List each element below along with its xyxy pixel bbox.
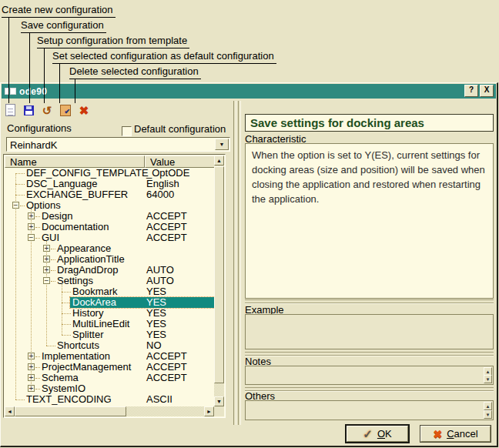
collapse-icon[interactable]: − [43, 277, 50, 284]
tree-item-name: DockArea [72, 297, 116, 308]
annotation-save: Save configuration [21, 20, 106, 33]
annotation-create-new: Create new configuration [2, 5, 116, 18]
tree-row[interactable]: EXCHANGE_BUFFER64000 [5, 189, 214, 200]
expand-icon[interactable]: + [43, 256, 50, 262]
tree-connector [35, 389, 40, 389]
tree-item-name: Shortcuts [57, 340, 99, 351]
expand-icon[interactable]: + [28, 374, 35, 381]
ok-check-icon: ✓ [363, 427, 373, 441]
characteristic-textbox[interactable]: When the option is set to Y(ES), current… [245, 143, 494, 299]
ok-button[interactable]: ✓ OK [345, 424, 410, 443]
column-header-name[interactable]: Name [5, 155, 145, 168]
tree-row[interactable]: +DesignACCEPT [5, 211, 214, 222]
tree-connector [62, 335, 71, 336]
tree-row[interactable]: +Appearance [5, 243, 214, 254]
tree-item-value: YES [146, 308, 166, 319]
scroll-down-icon[interactable]: ▼ [214, 396, 224, 406]
close-button[interactable]: X [480, 85, 494, 97]
tree-item-name: Documentation [42, 222, 109, 232]
panel-splitter[interactable] [233, 101, 236, 425]
tree-row[interactable]: BookmarkYES [5, 286, 214, 297]
collapse-icon[interactable]: − [12, 202, 19, 209]
example-textbox[interactable] [245, 314, 494, 349]
tree-row[interactable]: +SystemIO [5, 383, 214, 394]
tree-item-value: ACCEPT [146, 211, 187, 222]
configuration-combobox[interactable]: ReinhardK ▼ [6, 137, 230, 152]
tree-connector [15, 173, 25, 174]
tree-item-name: Splitter [72, 329, 103, 340]
tree-item-name: SystemIO [42, 383, 85, 394]
tree-item-name: Bookmark [72, 286, 118, 297]
tree-row[interactable]: −GUIACCEPT [5, 232, 214, 243]
new-configuration-button[interactable] [3, 103, 17, 117]
tree-item-name: DragAndDrop [57, 265, 119, 276]
tree-item-value: ACCEPT [146, 362, 187, 373]
help-button[interactable]: ? [464, 85, 478, 97]
expand-icon[interactable]: + [28, 385, 35, 392]
annotation-setup-template: Setup configuration from template [37, 35, 189, 48]
section-divider [245, 387, 494, 391]
tree-row[interactable]: DSC_LanguageEnglish [5, 179, 214, 189]
expand-icon[interactable]: + [28, 353, 35, 359]
delete-configuration-button[interactable]: ✖ [77, 103, 91, 117]
tree-item-name: Appearance [57, 243, 111, 254]
horizontal-scrollbar-thumb[interactable] [15, 406, 126, 416]
tree-row[interactable]: +DocumentationACCEPT [5, 222, 214, 232]
tree-row[interactable]: TEXT_ENCODINGASCII [5, 394, 214, 405]
tree-item-name: Settings [57, 276, 93, 286]
combobox-dropdown-button[interactable]: ▼ [215, 139, 229, 150]
tree-row[interactable]: +ImplementationACCEPT [5, 351, 214, 362]
vertical-scrollbar[interactable]: ▲ ▼ [214, 155, 224, 406]
others-spin-up-icon[interactable]: ▲ [484, 402, 492, 410]
tree-connector [51, 270, 55, 271]
default-configuration-checkbox[interactable] [122, 126, 132, 136]
cancel-button[interactable]: ✖ Cancel [420, 425, 491, 443]
expand-icon[interactable]: + [28, 363, 35, 370]
tree-item-value: ASCII [146, 394, 172, 405]
expand-icon[interactable]: + [43, 245, 50, 252]
tree-body: DEF_CONFIG_TEMPLATE_OptODEDSC_LanguageEn… [5, 168, 214, 406]
cancel-label: Cancel [447, 428, 477, 440]
tree-row[interactable]: SplitterYES [5, 329, 214, 340]
tree-item-value: YES [146, 329, 166, 340]
tree-connector [15, 400, 25, 400]
others-spin-down-icon[interactable]: ▼ [484, 410, 492, 419]
notes-textbox[interactable]: ▲ ▼ [245, 366, 494, 385]
default-configuration-label: Default configuration [134, 123, 226, 135]
tree-row[interactable]: +DragAndDropAUTO [5, 265, 214, 276]
tree-item-name: ProjectManagement [42, 362, 131, 373]
expand-icon[interactable]: + [28, 212, 35, 219]
column-header-value[interactable]: Value [145, 155, 216, 168]
annotation-line [59, 64, 60, 103]
tree-row[interactable]: DEF_CONFIG_TEMPLATE_OptODE [5, 168, 214, 179]
collapse-icon[interactable]: − [28, 234, 35, 241]
save-configuration-button[interactable] [22, 103, 35, 117]
notes-spin-down-icon[interactable]: ▼ [484, 375, 492, 383]
expand-icon[interactable]: + [43, 266, 50, 273]
scroll-up-icon[interactable]: ▲ [214, 155, 224, 165]
tree-row[interactable]: +ProjectManagementACCEPT [5, 362, 214, 373]
expand-icon[interactable]: + [28, 223, 35, 230]
vertical-scrollbar-thumb[interactable] [214, 166, 224, 383]
set-default-configuration-button[interactable]: ✔ [59, 103, 72, 117]
tree-row[interactable]: +SchemaACCEPT [5, 373, 214, 383]
app-icon [5, 87, 16, 95]
tree-row[interactable]: −SettingsAUTO [5, 276, 214, 286]
setup-from-template-button[interactable]: ↺ [40, 103, 54, 117]
tree-item-name: Design [42, 211, 72, 222]
scroll-right-icon[interactable]: ► [204, 406, 214, 416]
tree-row[interactable]: HistoryYES [5, 308, 214, 319]
tree-row[interactable]: DockAreaYES [5, 297, 214, 308]
tree-connector [51, 249, 55, 249]
tree-row[interactable]: −Options [5, 200, 214, 211]
scroll-left-icon[interactable]: ◄ [5, 406, 15, 416]
tree-row[interactable]: ShortcutsNO [5, 340, 214, 351]
horizontal-scrollbar[interactable]: ◄ ► [5, 406, 214, 416]
others-textbox[interactable]: ▲ ▼ [245, 400, 494, 420]
delete-x-icon: ✖ [79, 105, 89, 116]
panel-splitter-groove[interactable] [238, 101, 241, 425]
tree-item-value: NO [146, 340, 162, 351]
tree-connector [35, 238, 40, 239]
tree-row[interactable]: MultiLineEditYES [5, 319, 214, 329]
tree-row[interactable]: +ApplicationTitle [5, 254, 214, 265]
